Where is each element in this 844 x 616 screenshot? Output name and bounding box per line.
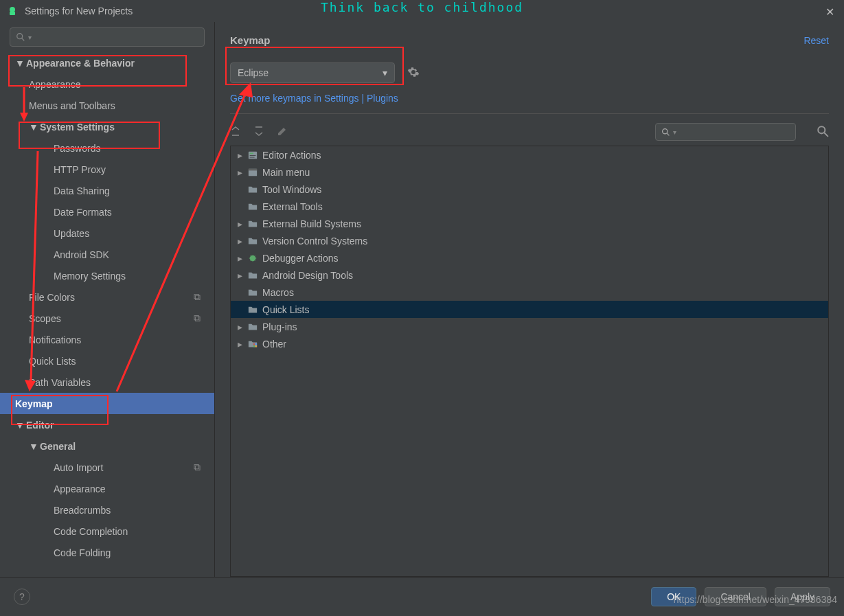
keymap-actions-tree: ▸Editor Actions▸Main menuTool WindowsExt…: [230, 146, 829, 577]
find-by-shortcut-icon[interactable]: [817, 125, 829, 139]
folder-icon: [247, 287, 258, 298]
action-search-input[interactable]: ▾: [655, 123, 796, 141]
tree-label: Android Design Tools: [262, 270, 353, 281]
sidebar-item-http-proxy[interactable]: HTTP Proxy: [0, 159, 214, 180]
sidebar-item-appearance[interactable]: Appearance: [0, 73, 214, 95]
search-icon: [661, 128, 670, 137]
nav-label: Date Formats: [54, 207, 112, 218]
svg-rect-19: [255, 343, 258, 345]
sidebar-item-code-completion[interactable]: Code Completion: [0, 521, 214, 542]
get-more-keymaps-link[interactable]: Get more keymaps in Settings | Plugins: [230, 93, 829, 104]
expand-all-icon[interactable]: [230, 126, 241, 139]
close-icon[interactable]: ✕: [825, 5, 834, 19]
folder-icon: [247, 304, 258, 315]
nav-label: Menus and Toolbars: [29, 100, 115, 111]
sidebar-item-passwords[interactable]: Passwords: [0, 137, 214, 159]
android-studio-logo-icon: [7, 5, 18, 16]
sidebar-item-system-settings[interactable]: ▼System Settings: [0, 116, 214, 137]
sidebar-item-keymap[interactable]: Keymap: [0, 393, 214, 414]
sidebar-item-updates[interactable]: Updates: [0, 223, 214, 244]
tagline-text: Think back to childhood: [321, 0, 523, 14]
folder-icon: [247, 339, 258, 350]
sidebar-item-android-sdk[interactable]: Android SDK: [0, 244, 214, 265]
tree-label: Editor Actions: [262, 150, 321, 161]
sidebar-item-quick-lists[interactable]: Quick Lists: [0, 350, 214, 372]
gear-icon[interactable]: [407, 66, 420, 80]
project-scope-icon: ⧉: [194, 291, 201, 303]
tree-item-external-tools[interactable]: External Tools: [231, 198, 828, 215]
tree-label: Plug-ins: [262, 321, 297, 332]
expand-arrow-icon: ▸: [238, 150, 247, 161]
tree-label: External Tools: [262, 201, 323, 212]
sidebar-nav-tree: ▼Appearance & BehaviorAppearanceMenus an…: [0, 52, 214, 577]
tree-label: External Build Systems: [262, 218, 361, 229]
sidebar-item-path-variables[interactable]: Path Variables: [0, 372, 214, 393]
nav-label: Appearance: [29, 79, 81, 90]
project-scope-icon: ⧉: [194, 312, 201, 324]
folder-icon: [247, 218, 258, 229]
tree-label: Version Control Systems: [262, 236, 367, 247]
tree-label: Debugger Actions: [262, 253, 339, 264]
window-title: Settings for New Projects: [25, 5, 133, 16]
tree-item-plug-ins[interactable]: ▸Plug-ins: [231, 318, 828, 335]
keymap-dropdown[interactable]: Eclipse ▾: [230, 62, 395, 83]
sidebar-item-notifications[interactable]: Notifications: [0, 329, 214, 350]
svg-point-2: [17, 34, 23, 39]
sidebar-item-appearance-behavior[interactable]: ▼Appearance & Behavior: [0, 52, 214, 73]
tree-item-macros[interactable]: Macros: [231, 284, 828, 301]
nav-label: Memory Settings: [54, 271, 126, 282]
edit-icon[interactable]: [277, 126, 288, 139]
svg-rect-10: [250, 155, 256, 156]
expand-arrow-icon: ▼: [29, 122, 36, 133]
nav-label: Scopes: [29, 313, 61, 324]
reset-link[interactable]: Reset: [803, 35, 829, 46]
folder-icon: [247, 184, 258, 195]
tree-item-main-menu[interactable]: ▸Main menu: [231, 163, 828, 181]
sidebar-item-memory-settings[interactable]: Memory Settings: [0, 265, 214, 286]
tree-item-android-design-tools[interactable]: ▸Android Design Tools: [231, 266, 828, 284]
sidebar-item-code-folding[interactable]: Code Folding: [0, 542, 214, 563]
sidebar-item-data-sharing[interactable]: Data Sharing: [0, 180, 214, 201]
page-title: Keymap: [230, 34, 270, 46]
sidebar-item-menus-and-toolbars[interactable]: Menus and Toolbars: [0, 95, 214, 116]
folder-icon: [247, 201, 258, 212]
tree-item-version-control-systems[interactable]: ▸Version Control Systems: [231, 232, 828, 249]
nav-label: Appearance & Behavior: [26, 58, 135, 69]
expand-arrow-icon: ▸: [238, 339, 247, 350]
collapse-all-icon[interactable]: [253, 126, 264, 139]
sidebar-item-scopes[interactable]: Scopes⧉: [0, 308, 214, 329]
sidebar-item-editor[interactable]: ▼Editor: [0, 414, 214, 435]
help-button[interactable]: ?: [14, 589, 30, 605]
sidebar-item-general[interactable]: ▼General: [0, 435, 214, 457]
svg-line-5: [667, 133, 669, 135]
sidebar-item-breadcrumbs[interactable]: Breadcrumbs: [0, 499, 214, 521]
svg-point-6: [818, 126, 825, 133]
sidebar-search-input[interactable]: ▾: [10, 27, 205, 47]
keymap-toolbar: ▾: [230, 118, 829, 146]
nav-label: Code Completion: [54, 526, 128, 537]
sidebar-item-auto-import[interactable]: Auto Import⧉: [0, 457, 214, 478]
sidebar: ▾ ▼Appearance & BehaviorAppearanceMenus …: [0, 22, 215, 577]
sidebar-item-appearance[interactable]: Appearance: [0, 478, 214, 499]
expand-arrow-icon: ▼: [29, 441, 36, 452]
tree-item-debugger-actions[interactable]: ▸Debugger Actions: [231, 249, 828, 266]
search-icon: [16, 32, 25, 42]
folder-icon: [247, 236, 258, 247]
tree-item-editor-actions[interactable]: ▸Editor Actions: [231, 146, 828, 163]
expand-arrow-icon: ▸: [238, 218, 247, 229]
tree-item-tool-windows[interactable]: Tool Windows: [231, 181, 828, 198]
tree-item-quick-lists[interactable]: Quick Lists: [231, 301, 828, 318]
chevron-down-icon: ▾: [28, 34, 32, 41]
sidebar-item-date-formats[interactable]: Date Formats: [0, 201, 214, 223]
expand-arrow-icon: ▸: [238, 321, 247, 332]
tree-item-other[interactable]: ▸Other: [231, 335, 828, 352]
tree-item-external-build-systems[interactable]: ▸External Build Systems: [231, 215, 828, 232]
tree-label: Macros: [262, 287, 294, 298]
expand-arrow-icon: ▸: [238, 236, 247, 247]
expand-arrow-icon: ▸: [238, 253, 247, 264]
keymap-dropdown-value: Eclipse: [238, 67, 269, 78]
main-panel: Keymap Reset Eclipse ▾ Get more keymaps …: [215, 22, 844, 577]
tree-label: Other: [262, 339, 286, 350]
sidebar-item-file-colors[interactable]: File Colors⧉: [0, 286, 214, 308]
nav-label: Editor: [26, 420, 54, 431]
